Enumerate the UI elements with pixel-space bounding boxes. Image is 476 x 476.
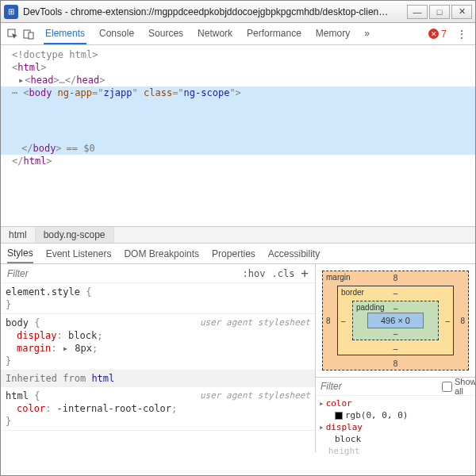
lower-pane: :hov .cls + element.style { } user agent… [1, 264, 475, 452]
devtools-toolbar: Elements Console Sources Network Perform… [1, 23, 475, 45]
dom-body-close[interactable]: </body>== $0 [1, 142, 475, 155]
inherited-from: Inherited from html [1, 370, 315, 387]
window-title: DevTools - chrome-extension://mgppdceedp… [23, 6, 407, 17]
cls-toggle[interactable]: .cls [268, 268, 298, 279]
hov-toggle[interactable]: :hov [240, 268, 269, 279]
crumb-body[interactable]: body.ng-scope [36, 227, 114, 243]
kebab-menu[interactable]: ⋮ [453, 28, 470, 40]
styles-subtabs: Styles Event Listeners DOM Breakpoints P… [1, 244, 475, 264]
panel-tabs: Elements Console Sources Network Perform… [44, 24, 427, 44]
titlebar: ⊞ DevTools - chrome-extension://mgppdcee… [1, 1, 475, 23]
tab-elements[interactable]: Elements [44, 24, 86, 44]
subtab-styles[interactable]: Styles [7, 244, 33, 263]
breadcrumb: html body.ng-scope [1, 226, 475, 244]
dom-html-close[interactable]: </html> [1, 155, 475, 167]
subtab-dombreakpoints[interactable]: DOM Breakpoints [124, 245, 199, 263]
showall-checkbox[interactable]: Show all [442, 377, 476, 396]
subtab-accessibility[interactable]: Accessibility [268, 245, 320, 263]
tab-sources[interactable]: Sources [147, 24, 185, 44]
computed-pane: margin 8 8 8 8 border – – – – padding – … [315, 264, 475, 452]
dom-head[interactable]: ▸<head>…</head> [1, 74, 475, 86]
inspect-icon[interactable] [6, 27, 20, 41]
styles-pane: :hov .cls + element.style { } user agent… [1, 264, 315, 452]
bm-content: 496 × 0 [367, 313, 424, 328]
rule-html[interactable]: user agent stylesheet html { color: -int… [1, 387, 315, 431]
error-icon: ✕ [428, 29, 439, 39]
crumb-html[interactable]: html [1, 227, 36, 243]
device-icon[interactable] [21, 27, 36, 41]
bm-border-label: border [341, 288, 364, 297]
color-swatch-icon [335, 412, 343, 420]
dom-doctype[interactable]: <!doctype html> [1, 48, 475, 61]
styles-filter-row: :hov .cls + [1, 264, 315, 283]
maximize-button[interactable]: □ [429, 5, 450, 19]
subtab-properties[interactable]: Properties [212, 245, 255, 263]
close-button[interactable]: ✕ [451, 5, 472, 19]
bm-margin-label: margin [326, 273, 351, 282]
rule-origin: user agent stylesheet [200, 390, 310, 402]
app-icon: ⊞ [4, 5, 18, 19]
box-model[interactable]: margin 8 8 8 8 border – – – – padding – … [316, 264, 475, 377]
tab-performance[interactable]: Performance [245, 24, 303, 44]
tab-network[interactable]: Network [196, 24, 234, 44]
dom-body-open[interactable]: ⋯<body ng-app="zjapp" class="ng-scope"> [1, 86, 475, 142]
computed-list[interactable]: ▸color rgb(0, 0, 0) ▸display block heigh… [316, 396, 475, 459]
window-buttons: — □ ✕ [407, 5, 472, 19]
subtab-eventlisteners[interactable]: Event Listeners [46, 245, 112, 263]
computed-filter-input[interactable] [319, 379, 442, 393]
error-badge[interactable]: ✕7 [428, 29, 447, 40]
tab-console[interactable]: Console [98, 24, 136, 44]
rule-body[interactable]: user agent stylesheet body { display: bl… [1, 314, 315, 370]
minimize-button[interactable]: — [407, 5, 428, 19]
styles-filter-input[interactable] [4, 267, 240, 281]
rule-origin: user agent stylesheet [200, 317, 310, 329]
dom-html-open[interactable]: <html> [1, 61, 475, 74]
tab-more[interactable]: » [363, 24, 371, 44]
tab-memory[interactable]: Memory [314, 24, 351, 44]
error-count: 7 [441, 29, 447, 40]
svg-rect-2 [29, 33, 33, 39]
bm-padding-label: padding [356, 303, 385, 312]
new-rule-button[interactable]: + [298, 266, 312, 281]
rule-elementstyle[interactable]: element.style { } [1, 283, 315, 314]
computed-filter-row: Show all [316, 377, 475, 396]
dom-tree[interactable]: <!doctype html> <html> ▸<head>…</head> ⋯… [1, 45, 475, 226]
